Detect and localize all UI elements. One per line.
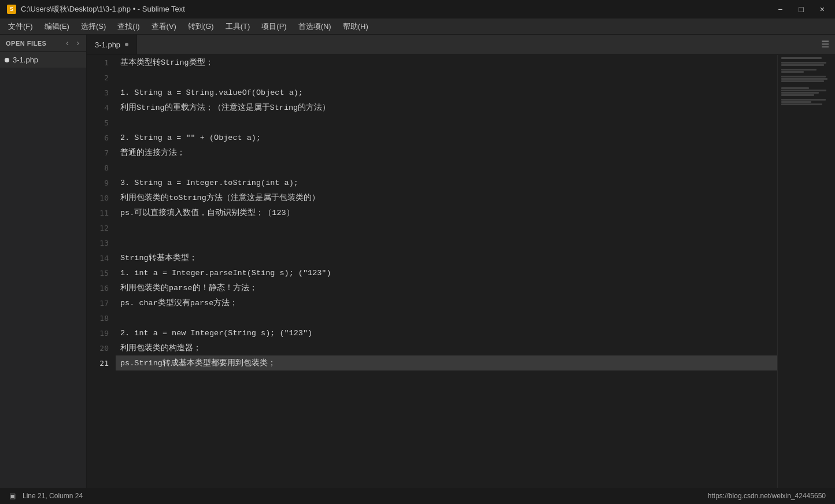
status-url-text: https://blog.csdn.net/weixin_42445650 xyxy=(708,492,826,500)
code-line-5 xyxy=(116,115,777,130)
menu-project[interactable]: 项目(P) xyxy=(256,19,292,34)
code-line-1: 基本类型转String类型； xyxy=(116,55,777,70)
ln-20: 20 xyxy=(87,340,116,355)
tab-menu-button[interactable]: ☰ xyxy=(815,35,835,54)
tab-active[interactable]: 3-1.php xyxy=(87,35,137,54)
code-line-11: ps.可以直接填入数值，自动识别类型；（123） xyxy=(116,205,777,220)
sidebar-header: OPEN FILES xyxy=(0,36,59,50)
ln-11: 11 xyxy=(87,205,116,220)
ln-5: 5 xyxy=(87,115,116,130)
ln-9: 9 xyxy=(87,175,116,190)
sidebar-arrows: ‹ › xyxy=(59,38,86,49)
ln-10: 10 xyxy=(87,190,116,205)
sidebar-next[interactable]: › xyxy=(73,38,83,49)
code-line-2 xyxy=(116,70,777,85)
ln-17: 17 xyxy=(87,295,116,310)
menu-view[interactable]: 查看(V) xyxy=(146,19,182,34)
window-title: C:\Users\暖秋\Desktop\1\3-1.php • - Sublim… xyxy=(21,4,774,14)
main-container: OPEN FILES ‹ › 3-1.php 3-1.php ☰ 1 xyxy=(0,35,835,488)
code-line-10: 利用包装类的toString方法（注意这是属于包装类的） xyxy=(116,190,777,205)
minimap-content xyxy=(778,55,835,108)
menu-file[interactable]: 文件(F) xyxy=(2,19,39,34)
code-line-13 xyxy=(116,235,777,250)
code-line-4: 利用String的重载方法；（注意这是属于String的方法） xyxy=(116,100,777,115)
status-file-icon: ▣ xyxy=(9,492,16,500)
code-line-7: 普通的连接方法； xyxy=(116,145,777,160)
code-line-14: String转基本类型； xyxy=(116,250,777,265)
ln-1: 1 xyxy=(87,55,116,70)
code-line-3: 1. String a = String.valueOf(Object a); xyxy=(116,85,777,100)
status-icon: ▣ xyxy=(6,492,19,500)
sidebar-prev[interactable]: ‹ xyxy=(62,38,72,49)
title-bar: S C:\Users\暖秋\Desktop\1\3-1.php • - Subl… xyxy=(0,0,835,18)
menu-goto[interactable]: 转到(G) xyxy=(182,19,220,34)
code-line-8 xyxy=(116,160,777,175)
ln-7: 7 xyxy=(87,145,116,160)
tab-bar: 3-1.php ☰ xyxy=(87,35,835,55)
code-line-21: ps.String转成基本类型都要用到包装类； xyxy=(116,355,777,370)
menu-find[interactable]: 查找(I) xyxy=(112,19,145,34)
ln-8: 8 xyxy=(87,160,116,175)
close-button[interactable]: × xyxy=(816,3,828,15)
status-position: Line 21, Column 24 xyxy=(19,492,86,500)
ln-14: 14 xyxy=(87,250,116,265)
code-line-15: 1. int a = Integer.parseInt(Sting s); ("… xyxy=(116,265,777,280)
menu-bar: 文件(F) 编辑(E) 选择(S) 查找(I) 查看(V) 转到(G) 工具(T… xyxy=(0,18,835,35)
sidebar-item-file[interactable]: 3-1.php xyxy=(0,52,86,68)
sidebar: OPEN FILES ‹ › 3-1.php xyxy=(0,35,87,488)
code-line-19: 2. int a = new Integer(String s); ("123"… xyxy=(116,325,777,340)
tab-modified-dot xyxy=(125,43,128,46)
ln-2: 2 xyxy=(87,70,116,85)
ln-4: 4 xyxy=(87,100,116,115)
menu-help[interactable]: 帮助(H) xyxy=(337,19,374,34)
code-line-6: 2. String a = "" + (Object a); xyxy=(116,130,777,145)
tab-label: 3-1.php xyxy=(95,40,120,49)
code-line-18 xyxy=(116,310,777,325)
menu-preferences[interactable]: 首选项(N) xyxy=(293,19,337,34)
file-dot xyxy=(5,58,9,62)
status-line-col: Line 21, Column 24 xyxy=(23,492,83,500)
ln-13: 13 xyxy=(87,235,116,250)
code-line-17: ps. char类型没有parse方法； xyxy=(116,295,777,310)
menu-tools[interactable]: 工具(T) xyxy=(220,19,256,34)
maximize-button[interactable]: □ xyxy=(795,3,807,15)
menu-select[interactable]: 选择(S) xyxy=(75,19,112,34)
app-icon: S xyxy=(7,5,16,14)
ln-15: 15 xyxy=(87,265,116,280)
minimap xyxy=(777,55,835,488)
code-area[interactable]: 基本类型转String类型； 1. String a = String.valu… xyxy=(116,55,777,488)
ln-19: 19 xyxy=(87,325,116,340)
code-line-16: 利用包装类的parse的！静态！方法； xyxy=(116,280,777,295)
code-line-20: 利用包装类的构造器； xyxy=(116,340,777,355)
ln-12: 12 xyxy=(87,220,116,235)
status-url: https://blog.csdn.net/weixin_42445650 xyxy=(704,492,829,500)
sidebar-filename: 3-1.php xyxy=(13,55,38,64)
menu-edit[interactable]: 编辑(E) xyxy=(39,19,75,34)
editor[interactable]: 1 2 3 4 5 6 7 8 9 10 11 12 13 14 15 16 1… xyxy=(87,55,835,488)
code-line-12 xyxy=(116,220,777,235)
line-numbers: 1 2 3 4 5 6 7 8 9 10 11 12 13 14 15 16 1… xyxy=(87,55,116,488)
status-bar: ▣ Line 21, Column 24 https://blog.csdn.n… xyxy=(0,488,835,504)
ln-3: 3 xyxy=(87,85,116,100)
ln-18: 18 xyxy=(87,310,116,325)
minimize-button[interactable]: − xyxy=(774,3,786,15)
ln-16: 16 xyxy=(87,280,116,295)
code-line-9: 3. String a = Integer.toString(int a); xyxy=(116,175,777,190)
window-controls: − □ × xyxy=(774,3,828,15)
ln-21: 21 xyxy=(87,355,116,370)
ln-6: 6 xyxy=(87,130,116,145)
